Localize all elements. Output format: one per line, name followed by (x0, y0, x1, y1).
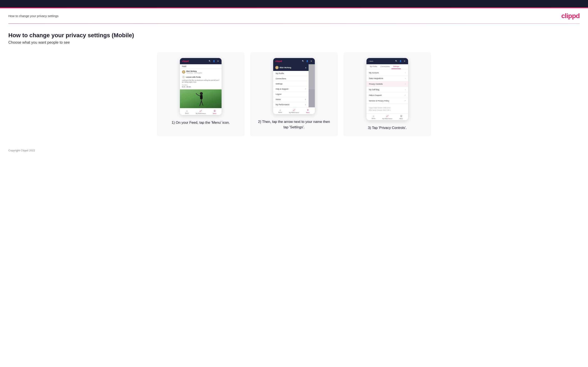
settings-item-serviceprivacy[interactable]: Service & Privacy Policy ↗ (366, 98, 408, 104)
svg-line-3 (196, 93, 197, 95)
menu-section-performance: My Performance ∨ (273, 102, 309, 107)
feed-user-info: Blair McHarg Yesterday · Sunningdale (186, 70, 202, 74)
feed-location: Yesterday · Sunningdale (186, 72, 202, 74)
settings-item-helpsupport[interactable]: Help & Support ↗ (366, 92, 408, 98)
step-2-caption: 2) Then, tap the arrow next to your name… (256, 119, 332, 130)
top-bar (0, 0, 588, 8)
close-icon: ✕ (307, 109, 309, 111)
copyright-text: Copyright Clippd 2022 (8, 149, 35, 152)
chevron-right-icon-3: › (405, 83, 406, 85)
phone1-navbar: clippd 🔍 👤 ⚙ (180, 58, 222, 64)
settings-item-label: Help & Support (369, 94, 382, 96)
settings-tabs: My Profile Connections Settings (366, 64, 408, 69)
external-link-icon-2: ↗ (404, 94, 406, 96)
menu-overlay-container: B Blair McHarg ∧ My Profile Connections (273, 64, 315, 107)
menu-item-myprofile: My Profile (273, 71, 309, 76)
chevron-down-icon-2: ∨ (305, 104, 306, 106)
phone-mockup-1: clippd 🔍 👤 ⚙ Feed B Blair McHarg (180, 58, 222, 115)
menu-icon: ☰ (214, 109, 216, 112)
external-link-icon-3: ↗ (404, 100, 406, 102)
steps-container: clippd 🔍 👤 ⚙ Feed B Blair McHarg (8, 52, 580, 136)
settings-icon: ⚙ (216, 60, 219, 63)
bottom-nav-home-3: ⌂ Home (366, 115, 380, 119)
chart-icon-2: 📈 (293, 109, 295, 111)
settings-item-label: Privacy Controls (369, 83, 383, 85)
version-line-1: Clippd Client Version: 2022.8.3-3 (369, 107, 406, 109)
menu-panel: B Blair McHarg ∧ My Profile Connections (273, 64, 309, 107)
page-subheading: Choose what you want people to see (8, 40, 580, 45)
svg-line-4 (200, 101, 201, 106)
bottom-nav-performance: 📈 My Performance (194, 109, 208, 114)
svg-point-0 (200, 92, 203, 95)
home-label-2: Home (278, 112, 282, 113)
chart-icon-3: 📈 (386, 115, 389, 117)
duration-label: Duration (182, 84, 187, 86)
chart-icon: 📈 (199, 109, 202, 112)
main-content: How to change your privacy settings (Mob… (0, 24, 588, 149)
bottom-nav-home-2: ⌂ Home (273, 109, 287, 113)
bottom-nav-menu-3: ☰ Menu (394, 115, 408, 119)
home-icon-2: ⌂ (279, 109, 281, 111)
home-label: Home (185, 112, 189, 114)
phone3-navbar: ‹ Back 🔍 👤 ⚙ (366, 58, 408, 64)
phone1-logo: clippd (182, 60, 189, 62)
logo: clippd (561, 12, 580, 20)
phone2-navbar: clippd 🔍 👤 ⚙ (273, 58, 315, 64)
svg-line-5 (201, 101, 203, 106)
menu-items-list: My Profile Connections Settings Help & S… (273, 71, 309, 107)
chevron-down-icon: ∨ (305, 99, 306, 100)
feed-user-row: B Blair McHarg Yesterday · Sunningdale (182, 70, 219, 74)
phone2-logo: clippd (275, 60, 282, 62)
phone-mockup-2: clippd 🔍 👤 ⚙ B Blair McHarg (273, 58, 315, 114)
tab-settings[interactable]: Settings (391, 64, 401, 69)
chevron-right-icon: › (405, 72, 406, 74)
performance-label-3: My Performance (382, 118, 392, 119)
phone1-bottom-nav: ⌂ Home 📈 My Performance ☰ Menu (180, 108, 222, 115)
performance-label-2: My Performance (289, 112, 299, 113)
step-1-caption: 1) On your Feed, tap the 'Menu' icon. (172, 120, 230, 125)
step-3-card: ‹ Back 🔍 👤 ⚙ My Profile Connections Sett… (344, 52, 431, 136)
settings-item-label: My Account (369, 72, 379, 74)
feed-desc: Looking to feel like my hands are exitin… (182, 79, 219, 83)
menu-item-label: Connections (276, 78, 286, 80)
person-icon: 👤 (212, 60, 215, 63)
settings-items-list: My Account › Data Integrations › Privacy… (366, 69, 408, 105)
settings-item-privacycontrols[interactable]: Privacy Controls › (366, 81, 408, 87)
settings-item-label: Service & Privacy Policy (369, 100, 389, 102)
header-breadcrumb: How to change your privacy settings (8, 14, 59, 18)
header: How to change your privacy settings clip… (0, 8, 588, 20)
svg-rect-6 (200, 95, 203, 99)
person-icon-3: 👤 (399, 60, 402, 63)
settings-item-myaccount[interactable]: My Account › (366, 70, 408, 76)
home-label-3: Home (372, 118, 375, 119)
tab-myprofile[interactable]: My Profile (368, 64, 379, 69)
step-2-card: clippd 🔍 👤 ⚙ B Blair McHarg (250, 52, 338, 136)
tab-connections[interactable]: Connections (379, 64, 391, 69)
lesson-icon: 📋 (182, 75, 185, 78)
menu-label-3: Menu (399, 118, 403, 119)
menu-label: Menu (213, 113, 216, 114)
settings-item-mygolfbag[interactable]: My Golf Bag › (366, 87, 408, 92)
settings-item-dataintegrations[interactable]: Data Integrations › (366, 76, 408, 81)
menu-item-label: My Profile (276, 72, 284, 75)
bottom-nav-menu: ☰ Menu (208, 109, 222, 114)
phone2-nav-icons: 🔍 👤 ⚙ (302, 60, 313, 63)
phone3-nav-icons: 🔍 👤 ⚙ (395, 60, 406, 63)
external-link-icon: ↗ (305, 88, 306, 90)
menu-item-label: Help & Support (276, 88, 288, 90)
phone2-bottom-nav: ⌂ Home 📈 My Performance ✕ Menu (273, 107, 315, 114)
bottom-nav-performance-3: 📈 My Performance (380, 115, 394, 119)
page-heading: How to change your privacy settings (Mob… (8, 32, 580, 39)
home-icon-3: ⌂ (373, 115, 374, 117)
section-label: Home (276, 98, 281, 100)
menu-item-label: Settings (276, 83, 283, 85)
menu-item-settings: Settings (273, 81, 309, 86)
phone3-bottom-nav: ⌂ Home 📈 My Performance ☰ Menu (366, 113, 408, 120)
settings-item-label: Data Integrations (369, 77, 383, 79)
menu-close-label: Menu (306, 112, 310, 113)
settings-icon-3: ⚙ (403, 60, 406, 63)
feed-tab: Feed (180, 64, 222, 69)
overlay-dark-side (309, 64, 315, 107)
duration-value: 01 hr : 30 min (182, 86, 191, 88)
feed-avatar: B (182, 70, 185, 74)
